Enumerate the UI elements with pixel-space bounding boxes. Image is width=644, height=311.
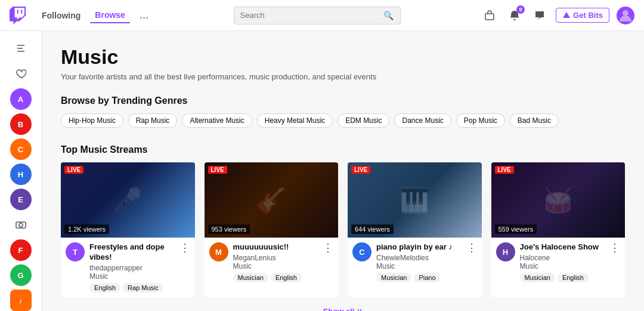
viewers-2: 953 viewers (208, 224, 250, 234)
more-nav-button[interactable]: ... (135, 7, 153, 24)
viewers-4: 559 viewers (495, 224, 537, 234)
stream-tags-4: Musician English (520, 273, 605, 282)
main-content: Music Your favorite artists and all the … (42, 31, 644, 311)
svg-rect-2 (485, 14, 494, 20)
genres-section-title: Browse by Trending Genres (61, 96, 625, 106)
nav-right: 9 Get Bits (481, 7, 634, 24)
genre-tag-rap[interactable]: Rap Music (128, 113, 178, 128)
chat-icon-btn[interactable] (531, 7, 549, 24)
stream-tag[interactable]: English (271, 273, 302, 282)
search-bar: 🔍 (234, 7, 401, 24)
live-badge-4: LIVE (495, 166, 514, 174)
stream-card-4[interactable]: 🥁 LIVE 559 viewers H Joe's Halocene Show… (491, 162, 626, 297)
stream-title-1: Freestyles and dope vibes! (89, 242, 175, 263)
top-streams-title: Top Music Streams (61, 144, 625, 155)
svg-rect-1 (17, 10, 18, 13)
stream-category-1: Music (89, 272, 175, 281)
browse-link[interactable]: Browse (90, 8, 130, 23)
viewers-1: 1.2K viewers (64, 224, 109, 234)
genre-tag-pop[interactable]: Pop Music (456, 113, 505, 128)
sidebar: A B C H E F G ♪ (0, 31, 42, 311)
svg-point-4 (623, 10, 628, 16)
stream-avatar-2: M (209, 242, 228, 261)
stream-meta-3: piano playin by ear ♪ ChewieMelodies Mus… (376, 242, 462, 282)
stream-thumb-4: 🥁 LIVE 559 viewers (491, 162, 626, 238)
stream-category-4: Music (520, 262, 605, 270)
sidebar-avatar-7[interactable]: G (10, 264, 32, 286)
genre-tag-edm[interactable]: EDM Music (338, 113, 389, 128)
stream-avatar-1: T (66, 242, 85, 261)
viewers-3: 644 viewers (351, 224, 394, 234)
stream-tag[interactable]: Rap Music (123, 283, 163, 292)
sidebar-avatar-5[interactable]: E (10, 189, 32, 210)
sidebar-avatar-2[interactable]: B (10, 113, 32, 135)
stream-thumb-2: 🎸 LIVE 953 viewers (205, 162, 339, 238)
svg-point-6 (19, 223, 23, 227)
page-title: Music (61, 45, 625, 69)
stream-card-3[interactable]: 🎹 LIVE 644 viewers C piano playin by ear… (348, 162, 482, 297)
show-all-container: Show all ∨ (61, 307, 625, 311)
stream-channel-2: MeganLenius (233, 254, 318, 262)
svg-marker-3 (563, 12, 570, 18)
sidebar-avatar-3[interactable]: C (10, 138, 32, 160)
stream-meta-2: muuuuuuusic!! MeganLenius Music Musician… (233, 242, 318, 282)
twitch-logo[interactable] (10, 7, 27, 24)
sidebar-camera-btn[interactable] (7, 214, 35, 236)
sidebar-avatar-1[interactable]: A (10, 88, 32, 110)
stream-tag[interactable]: Musician (520, 273, 555, 282)
search-input[interactable] (240, 11, 383, 20)
stream-category-2: Music (233, 262, 318, 270)
stream-avatar-4: H (496, 242, 515, 261)
page-subtitle: Your favorite artists and all the best l… (61, 72, 625, 81)
stream-tags-3: Musician Piano (376, 273, 462, 282)
topnav: Following Browse ... 🔍 9 Get Bits (0, 0, 644, 31)
stream-more-3[interactable]: ⋮ (466, 242, 477, 253)
stream-tags-2: Musician English (233, 273, 318, 282)
stream-card-2[interactable]: 🎸 LIVE 953 viewers M muuuuuuusic!! Megan… (205, 162, 339, 297)
stream-tag[interactable]: English (558, 273, 589, 282)
sidebar-collapse-btn[interactable] (7, 37, 35, 59)
stream-thumb-1: 🎤 LIVE 1.2K viewers (61, 162, 195, 238)
stream-more-1[interactable]: ⋮ (179, 242, 190, 253)
stream-thumb-3: 🎹 LIVE 644 viewers (348, 162, 482, 238)
chevron-down-icon: ∨ (357, 307, 363, 311)
stream-tag[interactable]: English (89, 283, 120, 292)
following-link[interactable]: Following (37, 8, 85, 23)
genre-tags-container: Hip-Hop Music Rap Music Alternative Musi… (61, 113, 625, 128)
stream-more-2[interactable]: ⋮ (323, 242, 333, 253)
stream-info-2: M muuuuuuusic!! MeganLenius Music Musici… (205, 238, 339, 287)
notification-badge: 9 (516, 5, 525, 14)
live-badge-1: LIVE (64, 166, 83, 174)
sidebar-avatar-6[interactable]: F (10, 239, 32, 261)
genre-tag-hiphop[interactable]: Hip-Hop Music (61, 113, 123, 128)
sidebar-avatar-4[interactable]: H (10, 164, 32, 185)
stream-channel-3: ChewieMelodies (376, 254, 462, 262)
user-avatar[interactable] (617, 7, 634, 24)
stream-info-3: C piano playin by ear ♪ ChewieMelodies M… (348, 238, 482, 287)
stream-tag[interactable]: Musician (233, 273, 268, 282)
search-icon: 🔍 (383, 11, 394, 20)
prime-icon-btn[interactable] (481, 7, 499, 24)
show-all-button[interactable]: Show all ∨ (323, 307, 363, 311)
stream-tag[interactable]: Musician (376, 273, 411, 282)
stream-channel-4: Halocene (520, 254, 605, 262)
sidebar-avatar-8[interactable]: ♪ (10, 290, 32, 311)
stream-card-1[interactable]: 🎤 LIVE 1.2K viewers T Freestyles and dop… (61, 162, 195, 297)
live-badge-3: LIVE (351, 166, 370, 174)
genre-tag-bad[interactable]: Bad Music (510, 113, 559, 128)
stream-category-3: Music (376, 262, 462, 270)
svg-rect-0 (21, 10, 22, 13)
stream-more-4[interactable]: ⋮ (609, 242, 620, 253)
genre-tag-dance[interactable]: Dance Music (394, 113, 451, 128)
stream-tag[interactable]: Piano (414, 273, 440, 282)
live-badge-2: LIVE (208, 166, 227, 174)
sidebar-heart-btn[interactable] (7, 63, 35, 85)
genre-tag-alternative[interactable]: Alternative Music (182, 113, 252, 128)
notifications-icon-btn[interactable]: 9 (506, 7, 524, 24)
stream-info-1: T Freestyles and dope vibes! thedapperra… (61, 238, 195, 297)
stream-tags-1: English Rap Music (89, 283, 175, 292)
get-bits-button[interactable]: Get Bits (556, 8, 609, 23)
stream-title-2: muuuuuuusic!! (233, 242, 318, 253)
genre-tag-heavymetal[interactable]: Heavy Metal Music (257, 113, 333, 128)
stream-channel-1: thedapperrapper (89, 264, 175, 272)
